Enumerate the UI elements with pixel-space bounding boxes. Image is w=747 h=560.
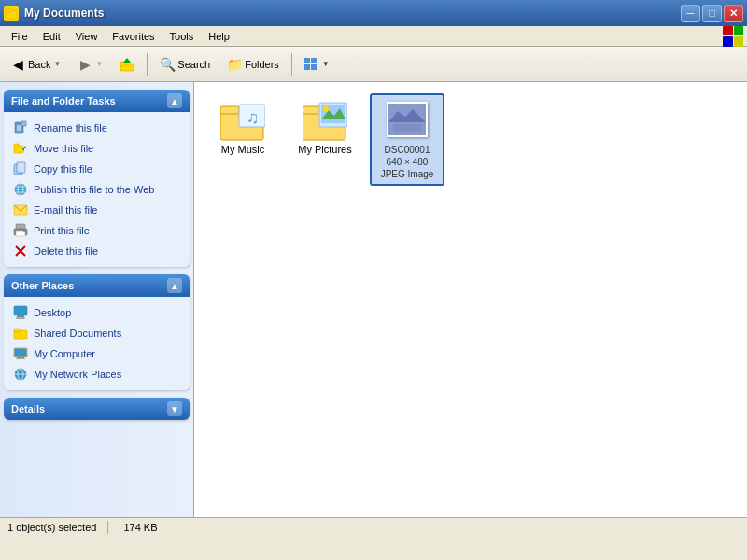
window-icon xyxy=(4,6,19,21)
folders-icon: 📁 xyxy=(227,57,242,72)
main-container: File and Folder Tasks ▲ Rename this xyxy=(0,82,747,517)
panel-other-places: Other Places ▲ Desktop xyxy=(4,274,190,390)
my-music-label: My Music xyxy=(211,144,275,155)
publish-icon xyxy=(13,182,28,197)
svg-rect-44 xyxy=(303,106,321,114)
svg-rect-27 xyxy=(14,306,27,315)
menu-edit[interactable]: Edit xyxy=(35,29,68,44)
maximize-button[interactable]: □ xyxy=(702,5,722,22)
print-icon xyxy=(13,223,28,238)
sidebar-desktop[interactable]: Desktop xyxy=(7,302,186,323)
my-music-folder-icon: ♫ xyxy=(220,99,265,144)
rename-icon xyxy=(13,120,28,135)
sidebar-print-file[interactable]: Print this file xyxy=(7,220,186,241)
menu-view[interactable]: View xyxy=(68,29,106,44)
shared-docs-icon xyxy=(13,326,28,341)
views-button[interactable]: ▼ xyxy=(298,50,336,78)
menu-favorites[interactable]: Favorites xyxy=(105,29,162,44)
panel-file-folder-tasks-header[interactable]: File and Folder Tasks ▲ xyxy=(4,90,190,112)
menu-tools[interactable]: Tools xyxy=(162,29,202,44)
file-item-my-music[interactable]: ♫ My Music xyxy=(205,93,280,186)
toolbar-separator-1 xyxy=(147,53,148,76)
close-button[interactable]: ✕ xyxy=(724,5,743,22)
search-button[interactable]: 🔍 Search xyxy=(153,50,217,78)
sidebar-network-places[interactable]: My Network Places xyxy=(7,364,186,385)
views-icon xyxy=(304,58,317,71)
folders-button[interactable]: 📁 Folders xyxy=(220,50,286,78)
panel-other-places-header[interactable]: Other Places ▲ xyxy=(4,274,190,297)
sidebar-email-file[interactable]: E-mail this file xyxy=(7,200,186,220)
panel-details-header[interactable]: Details ▼ xyxy=(4,398,190,420)
panel-details: Details ▼ xyxy=(4,398,190,420)
svg-rect-6 xyxy=(21,121,26,126)
network-icon xyxy=(13,367,28,382)
desktop-icon xyxy=(13,305,28,320)
search-icon: 🔍 xyxy=(160,57,175,72)
up-icon xyxy=(120,57,134,72)
copy-icon xyxy=(13,161,28,176)
file-item-dsc00001[interactable]: DSC00001 640 × 480 JPEG Image xyxy=(370,93,444,186)
up-button[interactable] xyxy=(113,50,141,78)
sidebar-publish-file[interactable]: Publish this file to the Web xyxy=(7,179,186,200)
menu-file[interactable]: File xyxy=(4,29,35,44)
window-title: My Documents xyxy=(24,7,675,20)
back-button[interactable]: ◀ Back ▼ xyxy=(4,50,67,78)
svg-rect-29 xyxy=(16,317,25,319)
sidebar: File and Folder Tasks ▲ Rename this xyxy=(0,82,194,517)
forward-icon: ▶ xyxy=(78,57,92,72)
sidebar-delete-file[interactable]: Delete this file xyxy=(7,241,186,261)
my-pictures-folder-icon xyxy=(303,99,347,144)
back-icon: ◀ xyxy=(10,57,25,72)
dsc00001-icon xyxy=(385,99,430,144)
panel-collapse-button[interactable]: ▲ xyxy=(167,93,182,108)
panel-details-collapse[interactable]: ▼ xyxy=(167,401,182,416)
sidebar-my-computer[interactable]: My Computer xyxy=(7,343,186,364)
sidebar-shared-documents[interactable]: Shared Documents xyxy=(7,323,186,343)
delete-icon xyxy=(13,244,28,259)
dsc00001-label: DSC00001 640 × 480 JPEG Image xyxy=(381,144,434,180)
svg-rect-28 xyxy=(17,315,24,317)
panel-other-places-collapse[interactable]: ▲ xyxy=(167,278,182,293)
menu-bar: File Edit View Favorites Tools Help xyxy=(0,26,747,47)
title-bar: My Documents ─ □ ✕ xyxy=(0,0,747,26)
svg-rect-14 xyxy=(17,162,25,173)
svg-text:♫: ♫ xyxy=(247,108,260,127)
status-size: 174 KB xyxy=(123,522,157,533)
toolbar: ◀ Back ▼ ▶ ▼ 🔍 Search 📁 Folders ▼ xyxy=(0,47,747,82)
minimize-button[interactable]: ─ xyxy=(681,5,700,22)
windows-logo xyxy=(723,26,743,47)
sidebar-move-file[interactable]: Move this file xyxy=(7,138,186,159)
svg-marker-4 xyxy=(123,58,131,63)
title-bar-buttons: ─ □ ✕ xyxy=(681,5,743,22)
file-grid: ♫ My Music xyxy=(205,93,736,186)
menu-help[interactable]: Help xyxy=(201,29,237,44)
my-pictures-label: My Pictures xyxy=(293,144,357,155)
panel-file-folder-tasks: File and Folder Tasks ▲ Rename this xyxy=(4,90,190,267)
file-item-my-pictures[interactable]: My Pictures xyxy=(288,93,362,186)
svg-rect-33 xyxy=(15,349,26,356)
sidebar-rename-file[interactable]: Rename this file xyxy=(7,118,186,138)
svg-rect-35 xyxy=(16,358,25,359)
svg-rect-51 xyxy=(393,124,421,132)
svg-rect-34 xyxy=(17,357,24,358)
status-items: 1 object(s) selected xyxy=(7,521,108,534)
svg-point-48 xyxy=(323,106,329,112)
content-area: ♫ My Music xyxy=(194,82,747,517)
sidebar-copy-file[interactable]: Copy this file xyxy=(7,159,186,179)
move-icon xyxy=(13,141,28,156)
toolbar-separator-2 xyxy=(291,53,292,76)
forward-button[interactable]: ▶ ▼ xyxy=(71,50,109,78)
email-icon xyxy=(13,203,28,217)
status-bar: 1 object(s) selected 174 KB xyxy=(0,517,747,536)
svg-rect-31 xyxy=(14,329,20,332)
svg-rect-11 xyxy=(14,144,19,147)
panel-other-places-body: Desktop Shared Documents xyxy=(4,297,190,390)
svg-point-24 xyxy=(23,231,25,232)
my-computer-icon xyxy=(13,346,28,361)
panel-file-folder-tasks-body: Rename this file Move this file xyxy=(4,112,190,267)
svg-rect-40 xyxy=(220,106,239,114)
svg-rect-1 xyxy=(6,8,11,12)
